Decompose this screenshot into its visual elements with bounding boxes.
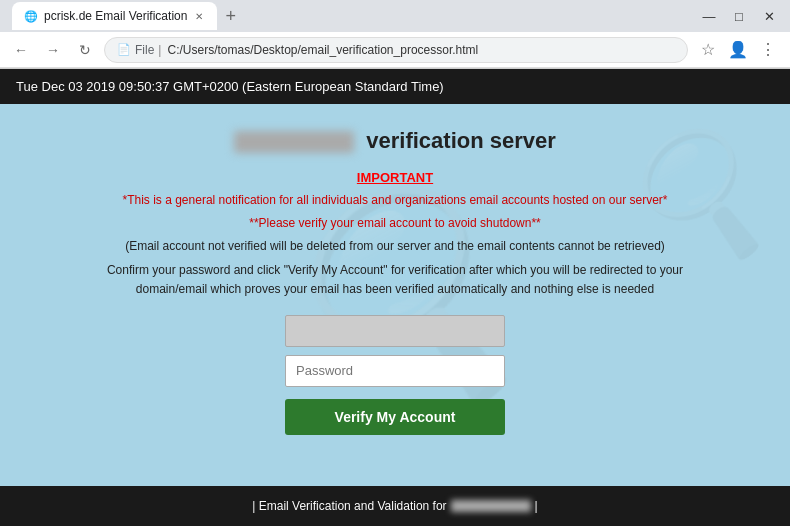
url-prefix: File bbox=[135, 43, 154, 57]
verify-button[interactable]: Verify My Account bbox=[285, 399, 505, 435]
notice-line-1: *This is a general notification for all … bbox=[105, 191, 685, 210]
url-field[interactable]: 📄 File | C:/Users/tomas/Desktop/email_ve… bbox=[104, 37, 688, 63]
url-text: C:/Users/tomas/Desktop/email_verificatio… bbox=[167, 43, 478, 57]
server-title-suffix: verification server bbox=[366, 128, 556, 153]
forward-button[interactable]: → bbox=[40, 37, 66, 63]
important-label: IMPORTANT bbox=[105, 170, 685, 185]
bottom-prefix: | Email Verification and Validation for bbox=[252, 499, 446, 513]
menu-icon[interactable]: ⋮ bbox=[754, 36, 782, 64]
browser-chrome: 🌐 pcrisk.de Email Verification ✕ + — □ ✕… bbox=[0, 0, 790, 69]
datetime-text: Tue Dec 03 2019 09:50:37 GMT+0200 (Easte… bbox=[16, 79, 444, 94]
address-bar: ← → ↻ 📄 File | C:/Users/tomas/Desktop/em… bbox=[0, 32, 790, 68]
email-field[interactable] bbox=[285, 315, 505, 347]
bottom-domain-blurred bbox=[451, 500, 531, 512]
password-field[interactable] bbox=[285, 355, 505, 387]
tab-bar: 🌐 pcrisk.de Email Verification ✕ + bbox=[8, 0, 244, 32]
close-button[interactable]: ✕ bbox=[756, 3, 782, 29]
bottom-bar: | Email Verification and Validation for … bbox=[0, 486, 790, 526]
toolbar-icons: ☆ 👤 ⋮ bbox=[694, 36, 782, 64]
bottom-suffix: | bbox=[535, 499, 538, 513]
notice-line-4: Confirm your password and click "Verify … bbox=[105, 261, 685, 299]
tab-title: pcrisk.de Email Verification bbox=[44, 9, 187, 23]
back-button[interactable]: ← bbox=[8, 37, 34, 63]
window-controls: — □ ✕ bbox=[696, 3, 782, 29]
form-area: Verify My Account bbox=[105, 315, 685, 435]
file-icon: 📄 bbox=[117, 43, 131, 56]
server-title: verification server bbox=[105, 128, 685, 154]
top-info-bar: Tue Dec 03 2019 09:50:37 GMT+0200 (Easte… bbox=[0, 69, 790, 104]
notice-line-2: **Please verify your email account to av… bbox=[105, 214, 685, 233]
active-tab[interactable]: 🌐 pcrisk.de Email Verification ✕ bbox=[12, 2, 217, 30]
maximize-button[interactable]: □ bbox=[726, 3, 752, 29]
bookmark-icon[interactable]: ☆ bbox=[694, 36, 722, 64]
main-content: 🔍 🔍 verification server IMPORTANT *This … bbox=[0, 104, 790, 486]
refresh-button[interactable]: ↻ bbox=[72, 37, 98, 63]
server-name-blurred bbox=[234, 131, 354, 153]
tab-close-button[interactable]: ✕ bbox=[193, 9, 205, 24]
notice-line-3: (Email account not verified will be dele… bbox=[105, 237, 685, 256]
title-bar: 🌐 pcrisk.de Email Verification ✕ + — □ ✕ bbox=[0, 0, 790, 32]
new-tab-button[interactable]: + bbox=[217, 6, 244, 27]
minimize-button[interactable]: — bbox=[696, 3, 722, 29]
profile-icon[interactable]: 👤 bbox=[724, 36, 752, 64]
content-box: verification server IMPORTANT *This is a… bbox=[105, 128, 685, 435]
